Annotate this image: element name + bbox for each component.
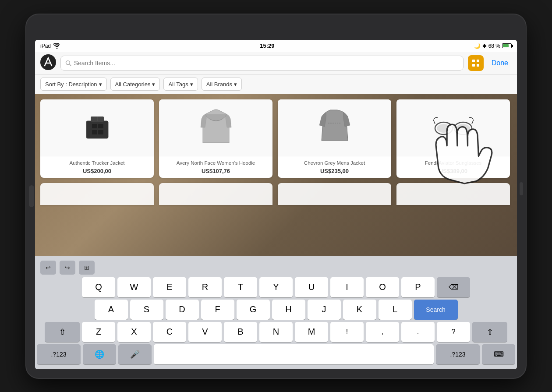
keyboard-toolbar: ↩ ↪ ⊞	[37, 260, 515, 277]
product-card-partial	[40, 183, 154, 205]
key-f[interactable]: F	[201, 300, 234, 320]
key-j[interactable]: J	[308, 300, 341, 320]
toolbar: Done	[35, 52, 517, 75]
product-image	[40, 99, 154, 156]
product-info: Chevron Grey Mens Jacket US$235,00	[278, 156, 391, 178]
shift-right-key[interactable]: ⇧	[472, 322, 507, 342]
key-u[interactable]: U	[295, 277, 328, 297]
product-name: Fendi Aviator Sunglasses	[400, 160, 506, 166]
product-price: US$200,00	[44, 168, 150, 174]
keyboard-area: ↩ ↪ ⊞ Q W E R T Y U I O P ⌫ A S	[35, 256, 517, 369]
undo-button[interactable]: ↩	[40, 261, 56, 275]
key-l[interactable]: L	[379, 300, 412, 320]
categories-label: All Categories	[115, 81, 151, 88]
microphone-key[interactable]: 🎤	[118, 344, 152, 364]
key-x[interactable]: X	[117, 322, 151, 342]
key-w[interactable]: W	[117, 277, 151, 297]
content-area: Authentic Trucker Jacket US$200,00	[35, 94, 517, 256]
key-b[interactable]: B	[224, 322, 257, 342]
moon-icon: 🌙	[474, 43, 481, 49]
space-key[interactable]	[154, 344, 434, 364]
key-y[interactable]: Y	[259, 277, 293, 297]
key-question[interactable]: ?	[437, 322, 470, 342]
svg-rect-11	[98, 124, 103, 128]
search-bar[interactable]	[60, 56, 464, 71]
status-right: 🌙 ✱ 68 %	[474, 43, 512, 49]
key-p[interactable]: P	[401, 277, 435, 297]
svg-rect-13	[98, 130, 103, 134]
svg-line-19	[433, 120, 435, 124]
product-card[interactable]: Chevron Grey Mens Jacket US$235,00	[278, 99, 391, 178]
product-image	[278, 99, 391, 156]
product-card-partial	[396, 183, 510, 205]
tags-chevron-icon: ▾	[190, 81, 193, 88]
svg-rect-12	[92, 130, 97, 134]
categories-filter[interactable]: All Categories ▾	[110, 78, 160, 91]
svg-line-2	[69, 64, 71, 65]
key-r[interactable]: R	[188, 277, 222, 297]
ipad-screen: iPad 15:29 🌙 ✱ 68 %	[35, 40, 517, 369]
sort-filter[interactable]: Sort By : Description ▾	[40, 78, 107, 91]
product-image	[396, 99, 510, 156]
key-period[interactable]: .	[401, 322, 435, 342]
paste-button[interactable]: ⊞	[79, 261, 95, 275]
products-grid: Authentic Trucker Jacket US$200,00	[35, 94, 517, 256]
numbers-key-right[interactable]: .?123	[436, 344, 480, 364]
key-exclaim[interactable]: !	[330, 322, 364, 342]
status-left: iPad	[40, 43, 60, 49]
brands-filter[interactable]: All Brands ▾	[202, 78, 242, 91]
done-button[interactable]: Done	[488, 57, 512, 69]
product-card[interactable]: Authentic Trucker Jacket US$200,00	[40, 99, 154, 178]
tags-filter[interactable]: All Tags ▾	[163, 78, 198, 91]
product-card[interactable]: Avery North Face Women's Hoodie US$107,7…	[159, 99, 272, 178]
app-logo[interactable]	[40, 54, 56, 72]
search-icon	[65, 60, 71, 66]
key-o[interactable]: O	[366, 277, 399, 297]
product-card-partial	[159, 183, 272, 205]
tags-label: All Tags	[168, 81, 188, 88]
search-input[interactable]	[74, 60, 459, 67]
key-c[interactable]: C	[153, 322, 186, 342]
key-g[interactable]: G	[237, 300, 270, 320]
key-a[interactable]: A	[95, 300, 128, 320]
filter-bar: Sort By : Description ▾ All Categories ▾…	[35, 75, 517, 94]
globe-key[interactable]: 🌐	[83, 344, 116, 364]
keyboard-row-2: A S D F G H J K L Search	[37, 300, 515, 320]
key-z[interactable]: Z	[82, 322, 115, 342]
key-s[interactable]: S	[130, 300, 163, 320]
search-key[interactable]: Search	[414, 300, 458, 320]
product-price: US$389,00	[400, 168, 506, 174]
shift-left-key[interactable]: ⇧	[45, 322, 80, 342]
key-d[interactable]: D	[166, 300, 199, 320]
key-v[interactable]: V	[188, 322, 222, 342]
key-h[interactable]: H	[272, 300, 305, 320]
keyboard-hide-key[interactable]: ⌨	[482, 344, 515, 364]
grid-view-button[interactable]	[468, 55, 484, 71]
product-name: Avery North Face Women's Hoodie	[163, 160, 269, 166]
svg-point-17	[437, 124, 451, 133]
home-button[interactable]	[29, 185, 34, 207]
key-i[interactable]: I	[330, 277, 364, 297]
key-t[interactable]: T	[224, 277, 257, 297]
product-card-partial	[278, 183, 391, 205]
key-n[interactable]: N	[259, 322, 293, 342]
battery-percent: 68 %	[488, 43, 500, 49]
ipad-frame: iPad 15:29 🌙 ✱ 68 %	[26, 14, 526, 378]
product-price: US$235,00	[281, 168, 388, 174]
product-price: US$107,76	[163, 168, 269, 174]
key-k[interactable]: K	[343, 300, 376, 320]
key-e[interactable]: E	[153, 277, 186, 297]
numbers-key-left[interactable]: .?123	[37, 344, 81, 364]
wifi-icon	[53, 43, 60, 49]
product-info: Authentic Trucker Jacket US$200,00	[40, 156, 154, 178]
redo-button[interactable]: ↪	[60, 261, 75, 275]
key-q[interactable]: Q	[82, 277, 115, 297]
key-m[interactable]: M	[295, 322, 328, 342]
backspace-key[interactable]: ⌫	[437, 277, 470, 297]
battery-icon	[502, 43, 512, 48]
product-info: Avery North Face Women's Hoodie US$107,7…	[159, 156, 272, 178]
svg-rect-5	[472, 64, 475, 67]
product-card[interactable]: Fendi Aviator Sunglasses US$389,00	[396, 99, 510, 178]
key-comma[interactable]: ,	[366, 322, 399, 342]
product-name: Authentic Trucker Jacket	[44, 160, 150, 166]
